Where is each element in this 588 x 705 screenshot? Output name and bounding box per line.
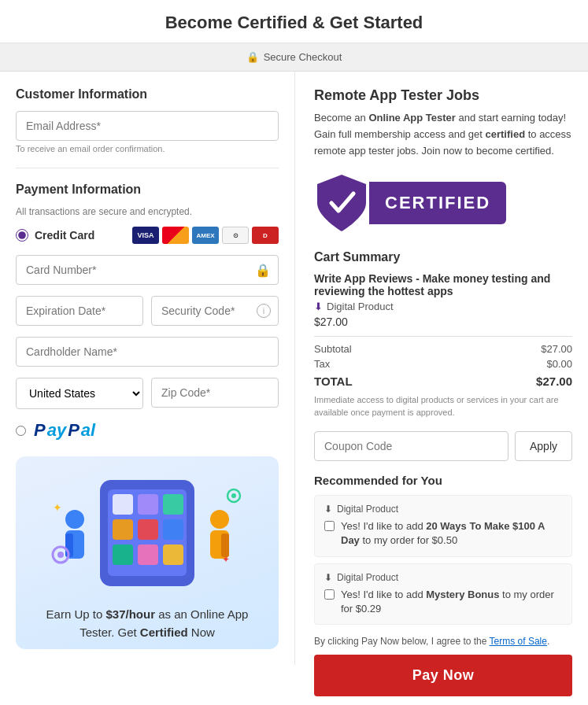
rec1-label: ⬇ Digital Product — [324, 504, 562, 515]
svg-point-14 — [210, 510, 229, 529]
pay-now-button[interactable]: Pay Now — [314, 655, 572, 696]
customer-info-section: Customer Information To receive an email… — [16, 87, 279, 153]
other-card-icon: D — [252, 227, 279, 244]
certified-badge: CERTIFIED — [314, 172, 572, 234]
svg-rect-5 — [113, 519, 133, 540]
security-info-icon[interactable]: i — [257, 304, 271, 318]
rec2-checkbox[interactable] — [324, 589, 335, 600]
shield-icon — [314, 172, 369, 234]
rec1-checkbox[interactable] — [324, 521, 335, 531]
subtotal-value: $27.00 — [541, 343, 572, 355]
tax-value: $0.00 — [546, 358, 572, 370]
svg-point-11 — [65, 510, 84, 529]
card-lock-icon: 🔒 — [255, 263, 271, 278]
coupon-section: Apply — [314, 431, 572, 461]
product-price: $27.00 — [314, 316, 572, 328]
certified-bold: certified — [486, 128, 526, 140]
secure-checkout-bar: 🔒 Secure Checkout — [0, 43, 588, 72]
rec1-text: Yes! I'd like to add 20 Ways To Make $10… — [341, 519, 562, 548]
credit-card-option[interactable]: Credit Card — [16, 229, 94, 242]
svg-rect-9 — [138, 544, 158, 565]
card-number-field[interactable] — [16, 255, 279, 285]
paypal-p-icon: P — [34, 420, 46, 441]
country-select-wrapper[interactable]: United States Canada United Kingdom Aust… — [16, 378, 143, 409]
paypal-radio[interactable] — [16, 426, 26, 436]
apply-button[interactable]: Apply — [515, 431, 572, 461]
rec-item-2: ⬇ Digital Product Yes! I'd like to add M… — [314, 563, 572, 625]
credit-card-label: Credit Card — [35, 229, 94, 242]
right-section-title: Remote App Tester Jobs — [314, 87, 572, 104]
svg-rect-8 — [113, 544, 133, 565]
rec-item-1: ⬇ Digital Product Yes! I'd like to add 2… — [314, 495, 572, 556]
payment-note: All transactions are secure and encrypte… — [16, 206, 279, 217]
tax-row: Tax $0.00 — [314, 358, 572, 370]
terms-row: By clicking Pay Now below, I agree to th… — [314, 636, 572, 647]
payment-info-section: Payment Information All transactions are… — [16, 183, 279, 441]
svg-rect-7 — [163, 519, 183, 540]
paypal-logo: PayPal — [34, 420, 95, 441]
svg-rect-6 — [138, 519, 158, 540]
svg-rect-3 — [138, 494, 158, 515]
expiration-field[interactable] — [16, 296, 143, 326]
illustration-graphic: ✦ ✦ — [45, 472, 250, 598]
mastercard-icon — [162, 227, 189, 244]
email-note: To receive an email order confirmation. — [16, 144, 279, 153]
card-icons: VISA AMEX ⊙ D — [132, 227, 279, 244]
download-icon: ⬇ — [314, 301, 323, 312]
total-label: TOTAL — [314, 375, 353, 388]
amex-icon: AMEX — [192, 227, 219, 244]
discover-icon: ⊙ — [222, 227, 249, 244]
tax-label: Tax — [314, 358, 330, 370]
terms-link[interactable]: Terms of Sale — [490, 636, 547, 647]
illustration-section: ✦ ✦ Earn Up to $37/hour as an Online App… — [16, 456, 279, 649]
cardholder-name-field[interactable] — [16, 337, 279, 367]
rec2-label: ⬇ Digital Product — [324, 572, 562, 583]
visa-icon: VISA — [132, 227, 159, 244]
svg-rect-10 — [163, 544, 183, 565]
recommended-title: Recommended for You — [314, 474, 572, 487]
svg-rect-2 — [113, 494, 133, 515]
rec1-download-icon: ⬇ — [324, 504, 332, 515]
svg-rect-4 — [163, 494, 183, 515]
cart-note: Immediate access to digital products or … — [314, 394, 572, 419]
svg-point-18 — [57, 552, 64, 558]
product-name: Write App Reviews - Make money testing a… — [314, 272, 572, 297]
rec2-text: Yes! I'd like to add Mystery Bonus to my… — [341, 588, 562, 616]
total-row: TOTAL $27.00 — [314, 375, 572, 388]
zip-code-field[interactable] — [151, 378, 279, 408]
coupon-input[interactable] — [314, 431, 508, 461]
customer-info-title: Customer Information — [16, 87, 279, 102]
svg-text:✦: ✦ — [53, 501, 62, 514]
payment-info-title: Payment Information — [16, 183, 279, 197]
email-field[interactable] — [16, 111, 279, 141]
lock-icon: 🔒 — [246, 51, 259, 63]
svg-text:✦: ✦ — [222, 554, 230, 565]
rec2-download-icon: ⬇ — [324, 572, 332, 583]
secure-checkout-label: Secure Checkout — [264, 51, 342, 63]
page-title: Become Certified & Get Started — [0, 0, 588, 43]
digital-product-label: ⬇ Digital Product — [314, 301, 572, 312]
subtotal-row: Subtotal $27.00 — [314, 343, 572, 355]
paypal-ay-text: ay — [47, 420, 66, 441]
remote-description: Become an Online App Tester and start ea… — [314, 110, 572, 159]
country-select[interactable]: United States Canada United Kingdom Aust… — [16, 378, 143, 409]
online-tester-bold: Online App Tester — [368, 112, 456, 124]
credit-card-radio[interactable] — [16, 229, 28, 242]
subtotal-label: Subtotal — [314, 343, 352, 355]
svg-point-20 — [231, 493, 236, 498]
certified-text: CERTIFIED — [369, 182, 506, 224]
total-value: $27.00 — [536, 375, 572, 388]
paypal-option[interactable]: PayPal — [16, 420, 279, 441]
cart-summary-title: Cart Summary — [314, 250, 572, 264]
illustration-caption: Earn Up to $37/hour as an Online App Tes… — [31, 606, 263, 641]
